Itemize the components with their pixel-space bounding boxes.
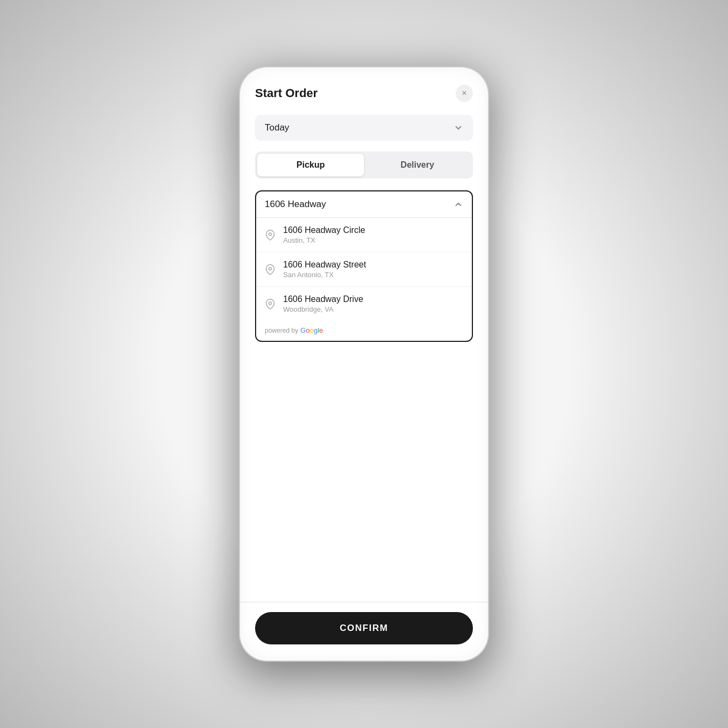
google-letter-o2: o — [310, 326, 313, 334]
bottom-divider — [240, 602, 488, 602]
suggestion-text-2: 1606 Headway Drive Woodbridge, VA — [283, 294, 363, 313]
pin-icon-1 — [265, 264, 276, 275]
suggestions-list: 1606 Headway Circle Austin, TX 1606 Head… — [256, 218, 472, 321]
google-letter-e: e — [319, 326, 323, 334]
pin-icon-2 — [265, 299, 276, 310]
google-letter-o1: o — [306, 326, 310, 334]
suggestion-item-1[interactable]: 1606 Headway Street San Antonio, TX — [256, 252, 472, 287]
suggestion-item-2[interactable]: 1606 Headway Drive Woodbridge, VA — [256, 287, 472, 321]
google-letter-g2: g — [314, 326, 318, 334]
powered-by-google: powered by Google — [256, 321, 472, 341]
date-dropdown[interactable]: Today — [255, 115, 473, 141]
google-logo: Google — [300, 326, 323, 334]
suggestion-main-2: 1606 Headway Drive — [283, 294, 363, 304]
address-input[interactable] — [265, 199, 454, 210]
suggestion-main-1: 1606 Headway Street — [283, 260, 366, 270]
modal-content: Start Order × Today Pickup Delivery — [240, 67, 488, 661]
modal-title: Start Order — [255, 86, 318, 100]
suggestion-sub-2: Woodbridge, VA — [283, 305, 363, 313]
address-search-container: 1606 Headway Circle Austin, TX 1606 Head… — [255, 190, 473, 342]
delivery-toggle[interactable]: Delivery — [364, 154, 471, 176]
date-dropdown-label: Today — [265, 122, 289, 133]
powered-by-prefix: powered by — [265, 327, 298, 334]
chevron-down-icon — [454, 123, 463, 133]
order-type-toggle: Pickup Delivery — [255, 152, 473, 178]
suggestion-text-0: 1606 Headway Circle Austin, TX — [283, 225, 365, 244]
confirm-button[interactable]: CONFIRM — [255, 612, 473, 644]
modal-header: Start Order × — [255, 85, 473, 102]
phone-shell: Start Order × Today Pickup Delivery — [240, 67, 488, 661]
svg-point-1 — [269, 267, 272, 270]
suggestion-item-0[interactable]: 1606 Headway Circle Austin, TX — [256, 218, 472, 252]
chevron-up-icon — [454, 200, 463, 209]
address-input-row — [256, 191, 472, 218]
suggestion-sub-1: San Antonio, TX — [283, 271, 366, 279]
svg-point-2 — [269, 301, 272, 304]
suggestion-sub-0: Austin, TX — [283, 236, 365, 244]
close-button[interactable]: × — [456, 85, 473, 102]
svg-point-0 — [269, 232, 272, 235]
suggestion-main-0: 1606 Headway Circle — [283, 225, 365, 235]
google-letter-g: G — [300, 326, 306, 334]
spacer — [255, 353, 473, 602]
suggestion-text-1: 1606 Headway Street San Antonio, TX — [283, 260, 366, 279]
pin-icon-0 — [265, 230, 276, 241]
pickup-toggle[interactable]: Pickup — [257, 154, 364, 176]
